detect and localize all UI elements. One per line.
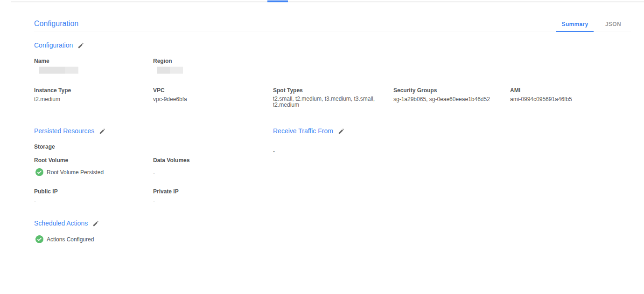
private-ip-value: - bbox=[153, 198, 155, 204]
vpc-label: VPC bbox=[153, 87, 187, 94]
name-value-redacted bbox=[39, 67, 78, 74]
configuration-section-heading: Configuration bbox=[34, 41, 84, 49]
spot-types-field: Spot Types t2.small, t2.medium, t3.mediu… bbox=[273, 87, 381, 108]
edit-persisted-resources-pencil-icon[interactable] bbox=[99, 128, 106, 135]
data-volumes-field: Data Volumes bbox=[153, 157, 189, 164]
persisted-resources-section-heading: Persisted Resources bbox=[34, 127, 106, 135]
public-ip-value: - bbox=[34, 198, 36, 204]
region-field: Region bbox=[153, 58, 172, 64]
instance-type-field: Instance Type t2.medium bbox=[34, 87, 71, 103]
edit-scheduled-actions-pencil-icon[interactable] bbox=[92, 220, 99, 227]
scheduled-actions-status: Actions Configured bbox=[35, 235, 94, 243]
public-ip-label: Public IP bbox=[34, 188, 58, 195]
ami-value: ami-0994c095691a46fb5 bbox=[510, 96, 572, 103]
private-ip-label: Private IP bbox=[153, 188, 179, 195]
vpc-value: vpc-9dee6bfa bbox=[153, 96, 187, 103]
check-circle-icon bbox=[35, 235, 43, 243]
region-value-redacted bbox=[157, 67, 183, 74]
data-volumes-value: - bbox=[153, 170, 155, 176]
scheduled-actions-title: Scheduled Actions bbox=[34, 219, 88, 227]
configuration-section-title: Configuration bbox=[34, 41, 73, 49]
scheduled-actions-section-heading: Scheduled Actions bbox=[34, 219, 99, 227]
ami-field: AMI ami-0994c095691a46fb5 bbox=[510, 87, 572, 103]
storage-subheading-wrap: Storage bbox=[34, 144, 55, 150]
scheduled-actions-status-text: Actions Configured bbox=[47, 236, 94, 243]
configuration-summary-page: Configuration Summary JSON Configuration… bbox=[0, 0, 644, 294]
data-volumes-label: Data Volumes bbox=[153, 157, 189, 164]
spot-types-label: Spot Types bbox=[273, 87, 381, 94]
region-label: Region bbox=[153, 58, 172, 64]
security-groups-value: sg-1a29b065, sg-0eae60eeae1b46d52 bbox=[393, 96, 490, 103]
spot-types-value: t2.small, t2.medium, t3.medium, t3.small… bbox=[273, 96, 381, 108]
root-volume-label: Root Volume bbox=[34, 157, 68, 164]
top-active-tab-indicator bbox=[267, 0, 288, 2]
private-ip-field: Private IP bbox=[153, 188, 179, 195]
root-volume-status: Root Volume Persisted bbox=[35, 168, 104, 176]
summary-tab-underline bbox=[556, 31, 594, 32]
page-title: Configuration bbox=[34, 20, 78, 28]
root-volume-status-text: Root Volume Persisted bbox=[47, 169, 104, 176]
instance-type-label: Instance Type bbox=[34, 87, 71, 94]
top-divider bbox=[11, 1, 644, 2]
storage-subheading: Storage bbox=[34, 144, 55, 150]
name-label: Name bbox=[34, 58, 49, 64]
edit-configuration-pencil-icon[interactable] bbox=[77, 42, 84, 49]
security-groups-field: Security Groups sg-1a29b065, sg-0eae60ee… bbox=[393, 87, 490, 103]
name-field: Name bbox=[34, 58, 49, 64]
tab-summary[interactable]: Summary bbox=[556, 21, 594, 27]
root-volume-field: Root Volume bbox=[34, 157, 68, 164]
security-groups-label: Security Groups bbox=[393, 87, 490, 94]
receive-traffic-section-heading: Receive Traffic From bbox=[273, 127, 345, 135]
public-ip-field: Public IP bbox=[34, 188, 58, 195]
edit-receive-traffic-pencil-icon[interactable] bbox=[338, 128, 345, 135]
check-circle-icon bbox=[35, 168, 43, 176]
receive-traffic-title: Receive Traffic From bbox=[273, 127, 333, 135]
receive-traffic-value: - bbox=[273, 148, 275, 155]
tab-json[interactable]: JSON bbox=[599, 21, 628, 27]
header-divider bbox=[34, 32, 631, 32]
instance-type-value: t2.medium bbox=[34, 96, 71, 103]
vpc-field: VPC vpc-9dee6bfa bbox=[153, 87, 187, 103]
persisted-resources-title: Persisted Resources bbox=[34, 127, 94, 135]
ami-label: AMI bbox=[510, 87, 572, 94]
